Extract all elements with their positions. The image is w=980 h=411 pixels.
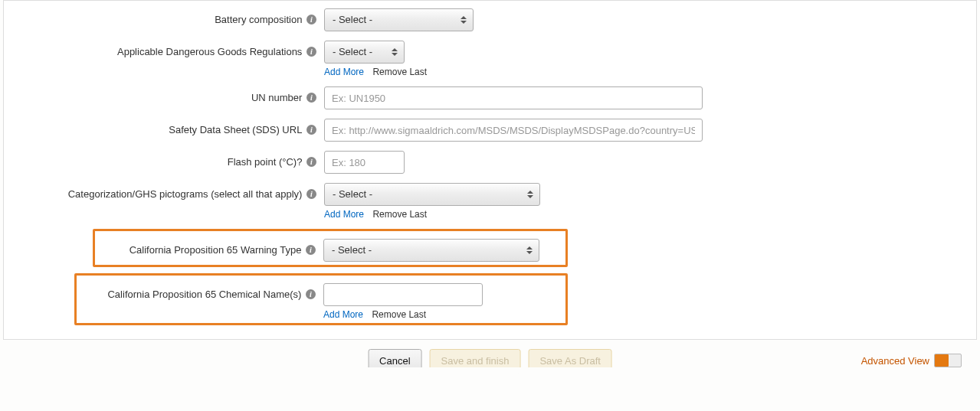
info-icon[interactable]: i	[306, 125, 316, 135]
select-ghs-pictograms[interactable]: - Select -	[324, 183, 540, 206]
input-flash-point[interactable]	[324, 151, 405, 174]
row-flash-point: Flash point (°C)? i	[4, 151, 976, 174]
row-ghs-pictograms: Categorization/GHS pictograms (select al…	[4, 183, 976, 220]
row-battery-composition: Battery composition i - Select -	[4, 8, 976, 31]
input-sds-url[interactable]	[324, 119, 703, 142]
select-dangerous-goods[interactable]: - Select -	[324, 41, 405, 64]
save-as-draft-button[interactable]: Save As Draft	[528, 349, 611, 368]
compliance-form-panel: Battery composition i - Select - Applica…	[3, 0, 977, 340]
label-battery-composition: Battery composition i	[4, 8, 321, 25]
sort-arrows-icon	[392, 48, 398, 56]
sort-arrows-icon	[527, 191, 533, 198]
highlight-prop65-warning: California Proposition 65 Warning Type i…	[93, 229, 568, 267]
add-more-link[interactable]: Add More	[323, 309, 363, 320]
label-ghs-pictograms: Categorization/GHS pictograms (select al…	[4, 183, 321, 200]
remove-last-link[interactable]: Remove Last	[372, 209, 427, 220]
label-dangerous-goods: Applicable Dangerous Goods Regulations i	[4, 41, 321, 57]
row-dangerous-goods: Applicable Dangerous Goods Regulations i…	[4, 41, 976, 77]
footer-buttons: Cancel Save and finish Save As Draft	[368, 349, 612, 368]
row-sds-url: Safety Data Sheet (SDS) URL i	[4, 119, 976, 142]
info-icon[interactable]: i	[306, 93, 316, 103]
input-un-number[interactable]	[324, 86, 703, 109]
label-prop65-chemical: California Proposition 65 Chemical Name(…	[77, 283, 320, 300]
row-prop65-warning: California Proposition 65 Warning Type i…	[95, 239, 565, 262]
info-icon[interactable]: i	[306, 157, 316, 167]
label-sds-url: Safety Data Sheet (SDS) URL i	[4, 119, 321, 135]
remove-last-link[interactable]: Remove Last	[372, 67, 427, 77]
cancel-button[interactable]: Cancel	[368, 349, 421, 368]
info-icon[interactable]: i	[306, 15, 316, 24]
label-un-number: UN number i	[4, 86, 321, 103]
info-icon[interactable]: i	[306, 289, 316, 299]
add-more-link[interactable]: Add More	[324, 209, 364, 220]
toggle-knob	[935, 354, 949, 367]
advanced-view-label: Advanced View	[861, 355, 929, 367]
advanced-view-toggle[interactable]	[934, 354, 962, 367]
advanced-view-control: Advanced View	[861, 354, 962, 367]
highlight-prop65-chemical: California Proposition 65 Chemical Name(…	[74, 273, 568, 325]
info-icon[interactable]: i	[306, 47, 316, 57]
info-icon[interactable]: i	[306, 245, 316, 255]
input-prop65-chemical[interactable]	[323, 283, 483, 306]
label-flash-point: Flash point (°C)? i	[4, 151, 321, 168]
sort-arrows-icon	[461, 16, 467, 24]
label-prop65-warning: California Proposition 65 Warning Type i	[95, 239, 320, 256]
remove-last-link[interactable]: Remove Last	[372, 309, 426, 320]
select-battery-composition[interactable]: - Select -	[324, 8, 474, 31]
sort-arrows-icon	[526, 246, 533, 254]
row-prop65-chemical: California Proposition 65 Chemical Name(…	[77, 283, 565, 320]
add-more-link[interactable]: Add More	[324, 67, 364, 77]
select-prop65-warning[interactable]: - Select -	[323, 239, 539, 262]
footer-bar: Cancel Save and finish Save As Draft Adv…	[0, 354, 980, 367]
row-un-number: UN number i	[4, 86, 976, 109]
save-and-finish-button[interactable]: Save and finish	[430, 349, 521, 368]
info-icon[interactable]: i	[306, 189, 316, 199]
